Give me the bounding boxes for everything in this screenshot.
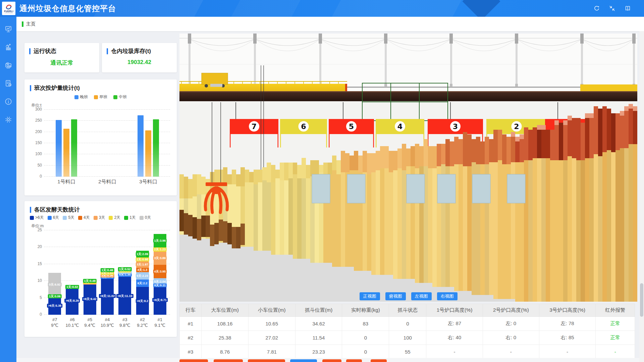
sidebar-item-dashboard-screen[interactable] [4, 25, 13, 34]
table-cell: #2 [180, 331, 202, 345]
legend-item[interactable]: 早班 [94, 94, 107, 100]
y-axis-label: 250 [30, 118, 42, 123]
manual-icon[interactable] [624, 5, 631, 12]
legend-item[interactable]: 0天 [140, 215, 151, 221]
run-status-card: 运行状态 通讯正常 [24, 43, 99, 72]
segment-label: 4天:1.3 [137, 268, 149, 272]
sidebar-item-info[interactable] [4, 97, 13, 106]
legend-item[interactable]: 2天 [109, 215, 120, 221]
table-cell: 0 [342, 331, 389, 345]
stacked-bar: >6天:11.196天:1.355天:0.362天:0.31天:0.52 [118, 268, 131, 315]
segment-label: >6天:5.38 [47, 304, 62, 308]
y-axis-label: 5 [30, 295, 42, 300]
sidebar-item-settings[interactable] [4, 115, 13, 124]
bottom-button-3[interactable] [248, 359, 285, 362]
table-cell: 右: 0 [483, 331, 539, 345]
table-cell: - [596, 345, 635, 359]
header-actions [593, 0, 631, 17]
svg-text:4: 4 [397, 122, 402, 131]
legend-item[interactable]: 中班 [113, 94, 127, 100]
segment-label: 1天:3.96 [153, 239, 167, 243]
sidebar-item-statistics-chart[interactable] [4, 43, 13, 52]
segment-label: 6天:2.2 [137, 281, 149, 285]
legend-swatch [113, 95, 117, 99]
scrollbar-thumb[interactable] [640, 283, 643, 317]
view-button-4[interactable]: 右视图 [437, 292, 458, 300]
legend-item[interactable]: >6天 [30, 215, 44, 221]
statistics-chart-icon [4, 43, 12, 51]
run-status-value: 通讯正常 [29, 59, 95, 67]
run-status-title: 运行状态 [34, 47, 56, 55]
segment-label: >6天:8.26 [65, 299, 80, 303]
bottom-button-1[interactable] [179, 359, 208, 362]
refresh-icon[interactable] [593, 5, 600, 12]
stacked-bar: >6天:11.026天:0.453天:0.362天:1.111天:0.46 [101, 269, 114, 315]
bar-group [138, 110, 159, 177]
sidebar-item-monitor-camera[interactable] [4, 61, 13, 70]
svg-text:5: 5 [349, 122, 354, 131]
info-icon [4, 98, 12, 106]
view-button-2[interactable]: 俯视图 [385, 292, 406, 300]
table-cell: 7.81 [248, 345, 295, 359]
legend-item[interactable]: 1天 [124, 215, 136, 221]
x-label: #410.9℃ [99, 317, 116, 328]
left-panel: 运行状态 通讯正常 仓内垃圾库存(t) 19032.42 班次投炉量统计(t) … [24, 43, 177, 337]
bottom-button-2[interactable] [214, 359, 243, 362]
sidebar-item-report-document[interactable] [4, 79, 13, 88]
legend-item[interactable]: 3天 [94, 215, 105, 221]
feed-opening [472, 174, 490, 203]
stack-segment: 1天:3.96 [154, 234, 166, 247]
svg-text:3: 3 [453, 122, 458, 131]
warehouse-3d-view[interactable]: 7654321 [179, 34, 637, 302]
x-label: #59.4℃ [81, 317, 99, 328]
table-header: 3号炉口高度(%) [539, 304, 595, 317]
table-cell: 34.62 [295, 317, 342, 331]
top-header: FUERLI 通州垃圾仓信息化管控平台 [0, 0, 644, 17]
stack-segment: 3天:1.97 [136, 261, 149, 268]
shift-chart-unit: 单位:t [31, 103, 171, 108]
stack-segment: 2天:1.23 [154, 247, 166, 251]
table-cell: 83 [342, 317, 389, 331]
table-cell: 正常 [596, 331, 635, 345]
bottom-button-6[interactable] [346, 359, 362, 362]
x-axis-labels: #79℃#610.1℃#59.4℃#410.9℃#39.8℃#29.2℃#19.… [46, 317, 169, 328]
table-cell: 23.23 [295, 345, 342, 359]
legend-item[interactable]: 6天 [48, 215, 59, 221]
bar [138, 115, 144, 177]
scrollbar[interactable] [639, 31, 644, 362]
bar [63, 129, 69, 177]
table-row: #225.3827.0211.540100右: 40右: 0右: 85正常 [180, 331, 635, 345]
stacked-bar: >6天:8.261天:0.02 [66, 287, 78, 315]
stack-segment: 1天:0.06 [48, 296, 61, 297]
view-button-1[interactable]: 正视图 [360, 292, 380, 300]
shift-output-chart[interactable]: 0501001502002503001号料口2号料口3号料口 [30, 110, 171, 185]
fermentation-days-chart[interactable]: 0510152025>6天:5.381天:0.060天:6.92>6天:8.26… [30, 230, 171, 328]
table-header: 实时称重(kg) [342, 304, 389, 317]
bottom-button-7[interactable] [371, 359, 387, 362]
segment-label: 1天:0.48 [83, 279, 97, 283]
stack-segment: 1天:0.52 [118, 268, 131, 270]
stack-segment: 1天:0.48 [84, 280, 96, 282]
view-button-3[interactable]: 左视图 [411, 292, 432, 300]
bottom-button-5[interactable] [322, 359, 341, 362]
table-header: 抓斗状态 [389, 304, 426, 317]
settings-icon [4, 116, 12, 124]
view-buttons: 正视图俯视图左视图右视图 [179, 292, 637, 300]
y-axis-label: 20 [30, 244, 42, 249]
legend-item[interactable]: 晚班 [74, 94, 88, 100]
stack-segment: 1天:2.09 [136, 251, 149, 258]
legend-item[interactable]: 4天 [78, 215, 90, 221]
stack-segment: 4天:1.3 [136, 268, 149, 272]
bottom-button-4[interactable] [290, 359, 317, 362]
legend-item[interactable]: 5天 [63, 215, 74, 221]
breadcrumb-label[interactable]: 主页 [26, 21, 36, 27]
table-cell: #3 [180, 345, 202, 359]
logo-text: FUERLI [4, 10, 13, 12]
segment-label: 2天:0.98 [136, 257, 149, 261]
dashboard-screen-icon [4, 25, 12, 33]
table-cell: 左: 78 [539, 317, 595, 331]
logo-rule [5, 13, 13, 13]
y-axis-label: 100 [30, 152, 42, 156]
exit-fullscreen-icon[interactable] [609, 5, 615, 12]
table-header: 抓斗位置(m) [295, 304, 342, 317]
